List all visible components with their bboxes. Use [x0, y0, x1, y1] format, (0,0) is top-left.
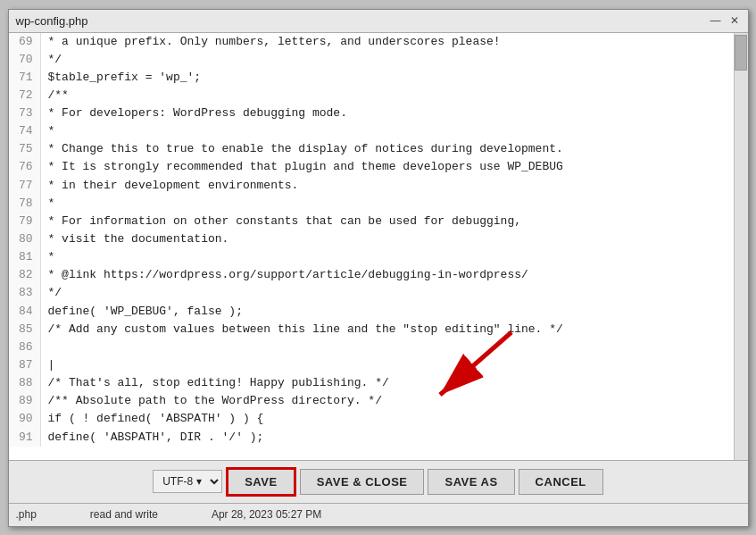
line-number: 86	[9, 339, 41, 356]
window-title: wp-config.php	[16, 14, 88, 28]
line-number: 79	[9, 213, 41, 230]
line-number: 85	[9, 321, 41, 339]
encoding-select[interactable]: UTF-8 ▾	[153, 470, 222, 493]
table-row: 76 * It is strongly recommended that plu…	[9, 158, 734, 176]
line-code: /* Add any custom values between this li…	[41, 321, 563, 339]
line-number: 88	[9, 374, 41, 392]
table-row: 78 *	[9, 195, 734, 213]
status-bar: .php read and write Apr 28, 2023 05:27 P…	[9, 503, 748, 526]
line-number: 76	[9, 158, 41, 176]
table-row: 86	[9, 339, 734, 356]
line-number: 69	[9, 33, 41, 51]
cancel-button[interactable]: CANCEL	[519, 469, 603, 495]
line-code: *	[41, 195, 55, 213]
line-number: 87	[9, 356, 41, 374]
table-row: 83 */	[9, 284, 734, 302]
table-row: 74 *	[9, 122, 734, 140]
file-permissions: read and write	[90, 508, 158, 521]
line-number: 75	[9, 140, 41, 158]
line-code: define( 'WP_DEBUG', false );	[41, 303, 243, 321]
line-number: 82	[9, 266, 41, 284]
line-number: 72	[9, 87, 41, 104]
line-code: * Change this to true to enable the disp…	[41, 140, 563, 158]
line-number: 91	[9, 429, 41, 447]
line-code: * @link https://wordpress.org/support/ar…	[41, 266, 528, 284]
line-number: 74	[9, 122, 41, 140]
table-row: 85/* Add any custom values between this …	[9, 321, 734, 339]
file-type: .php	[16, 508, 37, 521]
line-code: *	[41, 122, 55, 140]
close-button[interactable]: ✕	[728, 14, 741, 27]
table-row: 77 * in their development environments.	[9, 177, 734, 195]
line-number: 84	[9, 303, 41, 321]
line-number: 89	[9, 392, 41, 410]
line-code: * visit the documentation.	[41, 230, 229, 248]
editor-area[interactable]: 69 * a unique prefix. Only numbers, lett…	[9, 33, 748, 460]
save-as-button[interactable]: SAVE AS	[428, 469, 514, 495]
table-row: 81 *	[9, 248, 734, 266]
table-row: 70 */	[9, 51, 734, 69]
line-code: $table_prefix = 'wp_';	[41, 69, 202, 87]
line-code: */	[41, 51, 62, 69]
scrollbar[interactable]	[734, 33, 748, 460]
line-code: /** Absolute path to the WordPress direc…	[41, 392, 382, 410]
bottom-toolbar: UTF-8 ▾ SAVE SAVE & CLOSE SAVE AS CANCEL	[9, 460, 748, 503]
scrollbar-thumb[interactable]	[735, 35, 747, 71]
table-row: 75 * Change this to true to enable the d…	[9, 140, 734, 158]
table-row: 69 * a unique prefix. Only numbers, lett…	[9, 33, 734, 51]
line-code: * For developers: WordPress debugging mo…	[41, 104, 347, 122]
line-code: * a unique prefix. Only numbers, letters…	[41, 33, 501, 51]
line-code	[41, 356, 55, 374]
line-number: 83	[9, 284, 41, 302]
line-number: 90	[9, 410, 41, 428]
line-number: 78	[9, 195, 41, 213]
table-row: 84define( 'WP_DEBUG', false );	[9, 303, 734, 321]
line-code: * It is strongly recommended that plugin…	[41, 158, 563, 176]
window-controls: — ✕	[709, 14, 741, 27]
line-code: * For information on other constants tha…	[41, 213, 522, 230]
line-code: */	[41, 284, 62, 302]
line-code: if ( ! defined( 'ABSPATH' ) ) {	[41, 410, 264, 428]
line-number: 77	[9, 177, 41, 195]
table-row: 79 * For information on other constants …	[9, 213, 734, 230]
table-row: 82 * @link https://wordpress.org/support…	[9, 266, 734, 284]
line-number: 73	[9, 104, 41, 122]
table-row: 71$table_prefix = 'wp_';	[9, 69, 734, 87]
table-row: 88/* That's all, stop editing! Happy pub…	[9, 374, 734, 392]
file-date: Apr 28, 2023 05:27 PM	[212, 508, 321, 521]
table-row: 80 * visit the documentation.	[9, 230, 734, 248]
code-editor[interactable]: 69 * a unique prefix. Only numbers, lett…	[9, 33, 734, 460]
line-code: /* That's all, stop editing! Happy publi…	[41, 374, 389, 392]
line-code: * in their development environments.	[41, 177, 299, 195]
table-row: 73 * For developers: WordPress debugging…	[9, 104, 734, 122]
editor-window: wp-config.php — ✕ 69 * a unique prefix. …	[8, 9, 749, 527]
line-number: 71	[9, 69, 41, 87]
line-code: define( 'ABSPATH', DIR . '/' );	[41, 429, 264, 447]
save-button[interactable]: SAVE	[226, 467, 295, 497]
title-bar: wp-config.php — ✕	[9, 10, 748, 33]
line-number: 81	[9, 248, 41, 266]
line-number: 70	[9, 51, 41, 69]
table-row: 91 define( 'ABSPATH', DIR . '/' );	[9, 429, 734, 447]
table-row: 90if ( ! defined( 'ABSPATH' ) ) {	[9, 410, 734, 428]
table-row: 89/** Absolute path to the WordPress dir…	[9, 392, 734, 410]
save-close-button[interactable]: SAVE & CLOSE	[300, 469, 425, 495]
line-code: /**	[41, 87, 69, 104]
table-row: 87	[9, 356, 734, 374]
minimize-button[interactable]: —	[709, 14, 723, 27]
table-row: 72/**	[9, 87, 734, 104]
line-number: 80	[9, 230, 41, 248]
line-code: *	[41, 248, 55, 266]
